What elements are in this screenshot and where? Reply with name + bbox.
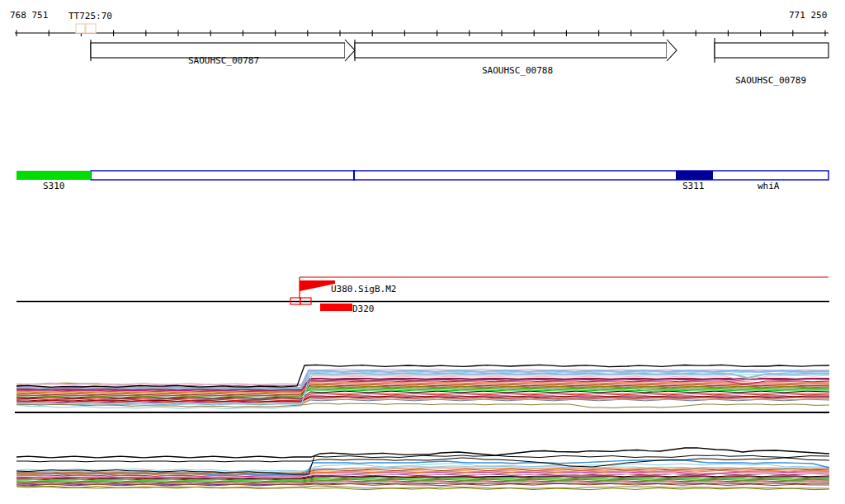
- segment-label-s311[interactable]: S311: [682, 181, 705, 191]
- ruler-right-coordinate: 771 250: [789, 10, 827, 21]
- probe-label-d320[interactable]: D320: [352, 304, 375, 314]
- probe-d320-box[interactable]: [320, 304, 352, 311]
- tss-site-label: TT725:70: [68, 11, 112, 21]
- expression-plot-upper: [17, 365, 829, 408]
- segment-s310-box[interactable]: [17, 171, 91, 180]
- segment-label-whia[interactable]: whiA: [758, 181, 780, 191]
- segment-track: [17, 170, 828, 181]
- gene-box-saouhsc-00789[interactable]: [715, 38, 828, 63]
- segment-outline-box[interactable]: [91, 171, 828, 180]
- gene-label-saouhsc-00789[interactable]: SAOUHSC_00789: [735, 75, 806, 86]
- segment-s311-box[interactable]: [676, 171, 713, 180]
- tss-flag[interactable]: [300, 280, 335, 291]
- gene-label-saouhsc-00787[interactable]: SAOUHSC_00787: [188, 55, 259, 66]
- tss-label[interactable]: U380.SigB.M2: [331, 284, 396, 294]
- expression-plot-lower: [17, 448, 829, 490]
- expression-trace: [17, 448, 829, 458]
- genome-browser-canvas: 768 751 TT725:70 771 250 SAOUHSC_00787 S…: [0, 0, 845, 504]
- gene-label-saouhsc-00788[interactable]: SAOUHSC_00788: [482, 65, 553, 76]
- ruler-left-coordinate: 768 751: [10, 10, 48, 21]
- gene-arrow-saouhsc-00788[interactable]: [355, 40, 677, 61]
- tss-track: [17, 277, 829, 311]
- segment-label-s310[interactable]: S310: [43, 181, 65, 191]
- ruler-track: [15, 24, 828, 36]
- tss-site-marker-box[interactable]: [86, 24, 96, 33]
- tss-site-marker-box[interactable]: [76, 24, 85, 33]
